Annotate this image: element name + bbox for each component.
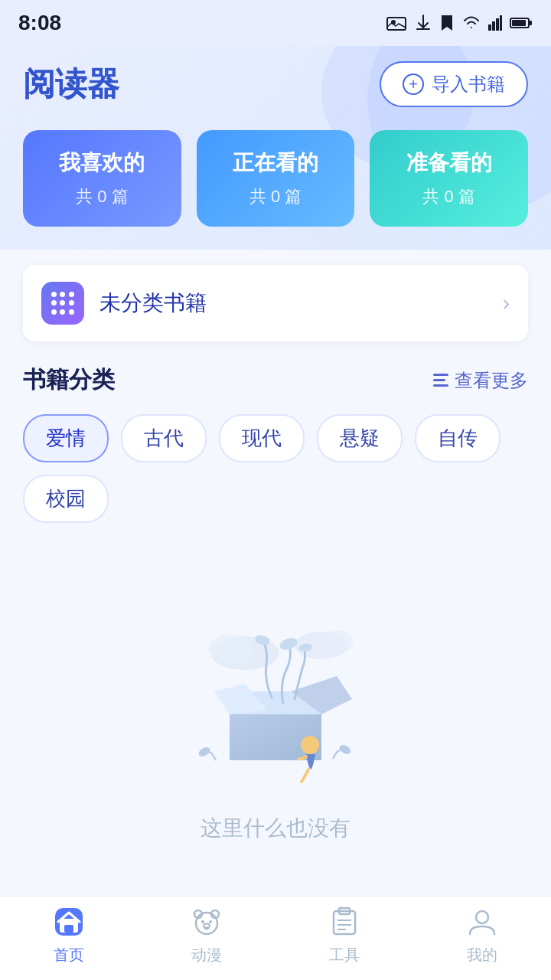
card-reading-title: 正在看的 bbox=[233, 149, 318, 178]
download-icon bbox=[415, 14, 432, 32]
tags-row: 爱情 古代 现代 悬疑 自传 校园 bbox=[23, 414, 528, 523]
svg-point-17 bbox=[338, 743, 353, 756]
empty-illustration bbox=[168, 592, 383, 791]
view-more-button[interactable]: 查看更多 bbox=[433, 368, 528, 393]
dot-7 bbox=[51, 309, 57, 315]
wifi-icon bbox=[462, 16, 481, 30]
card-reading[interactable]: 正在看的 共 0 篇 bbox=[197, 130, 355, 227]
dot-5 bbox=[60, 300, 65, 305]
svg-rect-2 bbox=[488, 24, 491, 31]
tools-icon bbox=[326, 903, 363, 940]
svg-rect-7 bbox=[530, 21, 532, 25]
svg-point-33 bbox=[476, 911, 488, 923]
nav-manga-label: 动漫 bbox=[191, 945, 222, 965]
dot-9 bbox=[69, 309, 74, 315]
svg-point-12 bbox=[320, 630, 354, 653]
card-liked-title: 我喜欢的 bbox=[59, 149, 145, 178]
status-bar: 8:08 bbox=[0, 0, 551, 46]
main-content: 未分类书籍 › 书籍分类 查看更多 爱情 古代 现代 悬疑 自传 bbox=[0, 250, 551, 965]
svg-rect-3 bbox=[492, 21, 495, 31]
svg-rect-5 bbox=[500, 15, 502, 31]
nav-tools[interactable]: 工具 bbox=[276, 903, 413, 965]
svg-point-27 bbox=[204, 924, 210, 928]
tag-campus[interactable]: 校园 bbox=[23, 475, 109, 523]
bottom-nav: 首页 动漫 bbox=[0, 896, 551, 980]
dot-2 bbox=[60, 292, 65, 297]
tag-romance[interactable]: 爱情 bbox=[23, 414, 109, 462]
nav-tools-label: 工具 bbox=[329, 945, 360, 965]
svg-rect-8 bbox=[512, 20, 526, 26]
tag-biography[interactable]: 自传 bbox=[415, 414, 500, 462]
uncat-dots bbox=[51, 292, 74, 315]
card-planned[interactable]: 准备看的 共 0 篇 bbox=[370, 130, 528, 227]
dot-4 bbox=[51, 300, 57, 305]
empty-text: 这里什么也没有 bbox=[201, 814, 350, 843]
svg-rect-0 bbox=[387, 18, 406, 30]
home-icon bbox=[51, 903, 87, 940]
svg-point-10 bbox=[208, 635, 251, 662]
card-liked[interactable]: 我喜欢的 共 0 篇 bbox=[23, 130, 181, 227]
nav-mine[interactable]: 我的 bbox=[413, 903, 551, 965]
uncategorized-label: 未分类书籍 bbox=[99, 289, 487, 318]
tag-ancient[interactable]: 古代 bbox=[121, 414, 207, 462]
import-button-label: 导入书籍 bbox=[432, 72, 505, 96]
svg-point-13 bbox=[278, 635, 298, 652]
svg-point-26 bbox=[209, 920, 212, 923]
card-reading-count: 共 0 篇 bbox=[249, 185, 302, 208]
nav-mine-label: 我的 bbox=[467, 945, 497, 965]
svg-point-18 bbox=[301, 736, 319, 754]
card-liked-count: 共 0 篇 bbox=[76, 185, 128, 208]
mine-icon bbox=[464, 903, 500, 940]
battery-icon bbox=[510, 16, 533, 30]
empty-state: 这里什么也没有 bbox=[23, 546, 528, 874]
view-more-label: 查看更多 bbox=[455, 368, 528, 393]
tag-modern[interactable]: 现代 bbox=[219, 414, 305, 462]
status-time: 8:08 bbox=[18, 11, 61, 35]
cards-row: 我喜欢的 共 0 篇 正在看的 共 0 篇 准备看的 共 0 篇 bbox=[23, 130, 528, 227]
svg-rect-21 bbox=[64, 925, 73, 933]
header-top: 阅读器 + 导入书籍 bbox=[23, 61, 528, 107]
uncategorized-row[interactable]: 未分类书籍 › bbox=[23, 265, 528, 341]
nav-manga[interactable]: 动漫 bbox=[138, 903, 276, 965]
chevron-right-icon: › bbox=[503, 291, 510, 315]
dot-8 bbox=[60, 309, 65, 315]
plus-circle-icon: + bbox=[403, 74, 424, 95]
dot-3 bbox=[69, 292, 74, 297]
bookmark-icon bbox=[439, 14, 455, 32]
dot-1 bbox=[51, 292, 57, 297]
section-title: 书籍分类 bbox=[23, 364, 115, 396]
svg-point-16 bbox=[197, 746, 212, 759]
list-icon bbox=[433, 374, 448, 387]
header: 阅读器 + 导入书籍 我喜欢的 共 0 篇 正在看的 共 0 篇 准备看的 共 … bbox=[0, 46, 551, 250]
nav-home[interactable]: 首页 bbox=[0, 903, 138, 965]
svg-point-25 bbox=[201, 920, 204, 923]
card-planned-count: 共 0 篇 bbox=[422, 185, 474, 208]
card-planned-title: 准备看的 bbox=[406, 149, 492, 178]
section-header: 书籍分类 查看更多 bbox=[23, 364, 528, 396]
app-title: 阅读器 bbox=[23, 63, 119, 106]
status-icons bbox=[386, 14, 533, 32]
signal-icon bbox=[488, 14, 502, 32]
tag-mystery[interactable]: 悬疑 bbox=[317, 414, 403, 462]
import-button[interactable]: + 导入书籍 bbox=[380, 61, 528, 107]
uncat-icon bbox=[41, 282, 84, 325]
dot-6 bbox=[69, 300, 74, 305]
photo-icon bbox=[386, 15, 407, 31]
svg-rect-4 bbox=[496, 18, 499, 31]
nav-home-label: 首页 bbox=[54, 945, 84, 965]
manga-icon bbox=[188, 903, 225, 940]
